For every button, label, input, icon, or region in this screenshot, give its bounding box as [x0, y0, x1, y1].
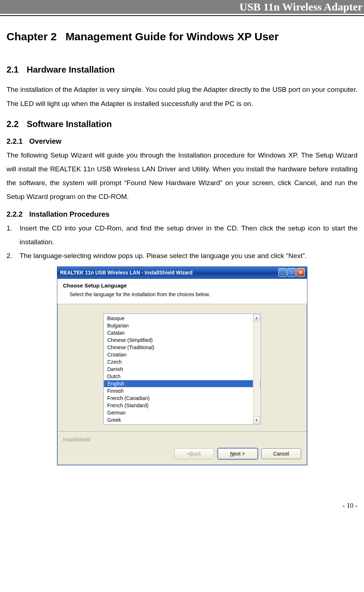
list-number: 2. [7, 249, 20, 263]
header-rule [0, 15, 364, 16]
next-rest: ext > [234, 451, 245, 457]
maximize-icon: □ [288, 269, 295, 276]
language-option[interactable]: Czech [104, 358, 261, 366]
chapter-name: Management Guide for Windows XP User [65, 30, 279, 42]
window-controls: _ □ ✕ [278, 268, 305, 277]
language-option[interactable]: Dutch [104, 373, 261, 380]
list-text: Insert the CD into your CD-Rom, and find… [20, 221, 357, 249]
header-banner: USB 11n Wireless Adapter [0, 0, 364, 14]
section-2-2-2-heading: 2.2.2Installation Procedures [7, 210, 357, 219]
wizard-body: BasqueBulgarianCatalanChinese (Simplifie… [57, 304, 307, 431]
section-2-1-para: The installation of the Adapter is very … [7, 83, 357, 111]
section-title: Hardware Installation [26, 65, 115, 74]
wizard-figure: REALTEK 11n USB Wireless LAN - InstallSh… [7, 266, 357, 465]
subsection-title: Installation Procedures [29, 210, 109, 218]
next-button[interactable]: Next > [218, 448, 258, 459]
subsection-num: 2.2.1 [7, 137, 23, 145]
section-2-2-heading: 2.2Software Installation [7, 119, 357, 129]
language-listbox[interactable]: BasqueBulgarianCatalanChinese (Simplifie… [103, 314, 261, 425]
subsection-title: Overview [29, 137, 61, 145]
section-2-2-1-heading: 2.2.1Overview [7, 137, 357, 146]
list-item: 1. Insert the CD into your CD-Rom, and f… [7, 221, 357, 249]
back-rest: ack [193, 451, 201, 457]
banner-title: Choose Setup Language [63, 282, 301, 289]
section-num: 2.2 [7, 119, 19, 129]
language-option[interactable]: Danish [104, 366, 261, 373]
list-number: 1. [7, 221, 20, 249]
language-option[interactable]: Catalan [104, 329, 261, 336]
wizard-title-text: REALTEK 11n USB Wireless LAN - InstallSh… [60, 270, 278, 275]
close-icon: ✕ [297, 269, 304, 276]
language-option[interactable]: Chinese (Simplified) [104, 336, 261, 344]
chevron-up-icon: ▲ [255, 316, 258, 320]
chapter-number: Chapter 2 [7, 30, 57, 42]
wizard-titlebar: REALTEK 11n USB Wireless LAN - InstallSh… [57, 267, 307, 279]
chevron-down-icon: ▼ [255, 418, 258, 422]
page-number: - 10 - [7, 502, 357, 510]
language-option[interactable]: French (Standard) [104, 402, 261, 409]
language-option[interactable]: Chinese (Traditional) [104, 344, 261, 351]
scrollbar[interactable]: ▲ ▼ [253, 314, 260, 424]
cancel-label: Cancel [273, 451, 289, 457]
language-option[interactable]: French (Canadian) [104, 395, 261, 402]
scroll-down-button[interactable]: ▼ [253, 417, 260, 424]
minimize-icon: _ [279, 269, 286, 276]
back-accel: B [190, 451, 193, 457]
list-item: 2. The language-selecting window pops up… [7, 249, 357, 263]
wizard-banner: Choose Setup Language Select the languag… [57, 279, 307, 304]
cancel-button[interactable]: Cancel [261, 448, 301, 459]
minimize-button[interactable]: _ [278, 268, 287, 277]
subsection-num: 2.2.2 [7, 210, 23, 218]
language-option[interactable]: Finnish [104, 387, 261, 395]
next-accel: N [230, 451, 234, 457]
language-option[interactable]: English [104, 380, 261, 387]
banner-subtitle: Select the language for the installation… [70, 291, 301, 297]
section-num: 2.1 [7, 65, 19, 74]
chapter-title: Chapter 2Management Guide for Windows XP… [7, 30, 357, 43]
back-prefix: < [187, 451, 190, 457]
maximize-button[interactable]: □ [287, 268, 296, 277]
language-option[interactable]: German [104, 409, 261, 416]
wizard-window: REALTEK 11n USB Wireless LAN - InstallSh… [57, 266, 307, 465]
language-option[interactable]: Bulgarian [104, 322, 261, 329]
language-option[interactable]: Croatian [104, 351, 261, 358]
list-text: The language-selecting window pops up. P… [20, 249, 357, 263]
close-button[interactable]: ✕ [296, 268, 305, 277]
wizard-footer: InstallShield < Back Next > Cancel [57, 431, 307, 465]
section-2-2-1-para: The following Setup Wizard will guide yo… [7, 148, 357, 204]
button-row: < Back Next > Cancel [63, 448, 301, 459]
language-option[interactable]: Greek [104, 416, 261, 424]
section-title: Software Installation [26, 119, 112, 129]
language-option[interactable]: Basque [104, 315, 261, 322]
scroll-up-button[interactable]: ▲ [253, 314, 260, 322]
installshield-brand: InstallShield [63, 437, 301, 442]
back-button: < Back [174, 448, 214, 459]
section-2-1-heading: 2.1Hardware Installation [7, 65, 357, 75]
